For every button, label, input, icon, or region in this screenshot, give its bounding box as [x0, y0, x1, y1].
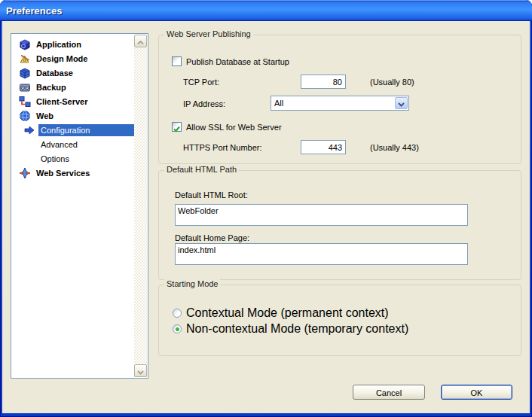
https-port-label: HTTPS Port Number: — [183, 143, 262, 152]
sidebar-item-label: Configuration — [38, 124, 134, 136]
sidebar-item-database[interactable]: Database — [12, 65, 134, 80]
scroll-down-button[interactable] — [134, 364, 147, 377]
publish-database-checkbox[interactable]: Publish Database at Startup — [172, 54, 289, 68]
tcp-port-hint: (Usually 80) — [370, 78, 414, 87]
radio-dot — [176, 327, 179, 331]
sidebar-item-label: Options — [38, 153, 72, 165]
client-server-icon — [19, 96, 31, 108]
sidebar-item-label: Database — [34, 67, 75, 79]
web-icon — [19, 110, 31, 122]
chevron-up-icon — [137, 35, 144, 48]
sidebar-item-application[interactable]: Application — [12, 37, 134, 51]
https-port-hint: (Usually 443) — [370, 143, 419, 152]
tcp-port-input[interactable] — [301, 75, 346, 89]
ok-button[interactable]: OK — [441, 385, 512, 400]
group-default-html-path: Default HTML Path Default HTML Root: Web… — [158, 170, 521, 280]
sidebar-item-label: Advanced — [38, 138, 80, 151]
chevron-down-icon — [137, 364, 144, 378]
preferences-tree: ApplicationDesign ModeDatabaseBackupClie… — [11, 33, 148, 379]
tree-scrollbar[interactable] — [134, 35, 147, 377]
sidebar-item-label: Application — [34, 38, 84, 50]
group-title: Starting Mode — [164, 279, 220, 288]
contextual-mode-label: Contextual Mode (permanent context) — [186, 306, 389, 320]
allow-ssl-label: Allow SSL for Web Server — [186, 123, 282, 132]
chevron-down-icon — [398, 96, 405, 110]
cancel-button[interactable]: Cancel — [353, 385, 425, 400]
https-port-input[interactable] — [301, 140, 346, 154]
sidebar-item-web-services[interactable]: Web Services — [12, 166, 134, 180]
sidebar-item-options[interactable]: Options — [12, 151, 134, 166]
check-icon — [173, 123, 181, 136]
tcp-port-label: TCP Port: — [183, 78, 219, 87]
non-contextual-mode-radio[interactable]: Non-contextual Mode (temporary context) — [173, 323, 408, 335]
sidebar-tree: ApplicationDesign ModeDatabaseBackupClie… — [12, 37, 134, 180]
application-icon — [19, 38, 31, 50]
group-title: Web Server Publishing — [164, 29, 253, 38]
window-title: Preferences — [0, 5, 62, 17]
titlebar[interactable]: Preferences — [0, 0, 532, 21]
preferences-dialog: Preferences ApplicationDesign ModeDataba… — [0, 0, 532, 417]
allow-ssl-checkbox[interactable]: Allow SSL for Web Server — [172, 120, 282, 134]
html-root-input[interactable]: WebFolder — [175, 204, 468, 226]
radio-icon[interactable] — [173, 324, 182, 333]
checkbox-icon[interactable] — [172, 56, 182, 66]
home-page-input[interactable]: index.html — [175, 243, 468, 265]
checkbox-icon[interactable] — [172, 122, 182, 132]
sidebar-item-web[interactable]: Web — [12, 108, 134, 123]
backup-icon — [19, 81, 31, 93]
selected-arrow-icon — [23, 124, 35, 136]
sidebar-item-advanced[interactable]: Advanced — [12, 137, 134, 151]
ip-address-value: All — [271, 99, 395, 108]
sidebar-item-label: Backup — [34, 81, 69, 93]
sidebar-item-design-mode[interactable]: Design Mode — [12, 51, 134, 65]
ip-address-label: IP Address: — [183, 99, 225, 108]
html-root-label: Default HTML Root: — [175, 190, 248, 199]
publish-database-label: Publish Database at Startup — [186, 57, 289, 66]
sidebar-item-backup[interactable]: Backup — [12, 80, 134, 94]
sidebar-item-label: Design Mode — [34, 53, 90, 65]
sidebar-item-label: Web Services — [34, 167, 92, 179]
design-mode-icon — [19, 53, 31, 65]
sidebar-item-configuration[interactable]: Configuration — [12, 123, 134, 137]
web-services-icon — [19, 167, 31, 179]
dialog-client-area: ApplicationDesign ModeDatabaseBackupClie… — [2, 21, 530, 413]
sidebar-item-label: Web — [34, 110, 56, 122]
group-starting-mode: Starting Mode Contextual Mode (permanent… — [158, 285, 521, 356]
sidebar-item-label: Client-Server — [34, 96, 90, 108]
group-title: Default HTML Path — [164, 165, 239, 174]
home-page-label: Default Home Page: — [175, 233, 249, 242]
contextual-mode-radio[interactable]: Contextual Mode (permanent context) — [173, 307, 389, 319]
scroll-up-button[interactable] — [134, 35, 147, 47]
sidebar-item-client-server[interactable]: Client-Server — [12, 94, 134, 108]
radio-icon[interactable] — [173, 309, 182, 318]
ip-address-select[interactable]: All — [271, 96, 409, 111]
combo-dropdown-button[interactable] — [395, 97, 408, 109]
group-web-server-publishing: Web Server Publishing Publish Database a… — [158, 35, 521, 164]
database-icon — [19, 67, 31, 79]
non-contextual-mode-label: Non-contextual Mode (temporary context) — [186, 322, 408, 336]
